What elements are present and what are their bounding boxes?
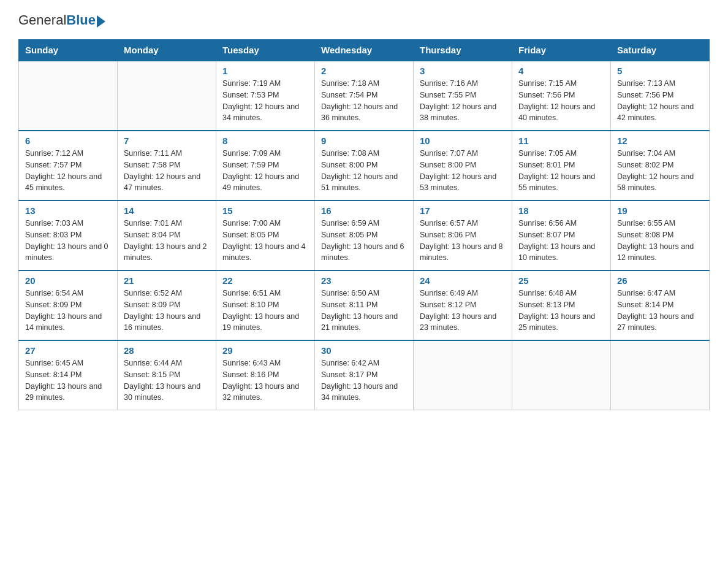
day-info: Sunrise: 7:09 AMSunset: 7:59 PMDaylight:… — [222, 148, 308, 194]
weekday-header-wednesday: Wednesday — [315, 40, 414, 61]
day-info: Sunrise: 7:05 AMSunset: 8:01 PMDaylight:… — [518, 148, 604, 194]
calendar-cell: 22Sunrise: 6:51 AMSunset: 8:10 PMDayligh… — [216, 270, 315, 340]
weekday-header-tuesday: Tuesday — [216, 40, 315, 61]
weekday-header-saturday: Saturday — [611, 40, 710, 61]
day-info: Sunrise: 6:47 AMSunset: 8:14 PMDaylight:… — [617, 288, 703, 334]
calendar-cell — [118, 61, 216, 131]
day-number: 30 — [321, 345, 407, 356]
day-number: 20 — [25, 275, 111, 286]
day-number: 24 — [420, 275, 506, 286]
day-number: 10 — [420, 136, 506, 146]
calendar-cell: 23Sunrise: 6:50 AMSunset: 8:11 PMDayligh… — [315, 270, 414, 340]
day-number: 21 — [124, 275, 210, 286]
calendar-cell — [512, 340, 611, 410]
calendar-cell: 2Sunrise: 7:18 AMSunset: 7:54 PMDaylight… — [315, 61, 414, 131]
day-info: Sunrise: 7:19 AMSunset: 7:53 PMDaylight:… — [222, 78, 308, 124]
calendar-cell: 29Sunrise: 6:43 AMSunset: 8:16 PMDayligh… — [216, 340, 315, 410]
day-info: Sunrise: 6:43 AMSunset: 8:16 PMDaylight:… — [222, 358, 308, 404]
calendar-cell: 1Sunrise: 7:19 AMSunset: 7:53 PMDaylight… — [216, 61, 315, 131]
calendar-cell: 25Sunrise: 6:48 AMSunset: 8:13 PMDayligh… — [512, 270, 611, 340]
weekday-header-friday: Friday — [512, 40, 611, 61]
day-number: 27 — [25, 345, 111, 356]
weekday-header-row: SundayMondayTuesdayWednesdayThursdayFrid… — [19, 40, 710, 61]
day-number: 4 — [518, 66, 604, 76]
day-info: Sunrise: 6:44 AMSunset: 8:15 PMDaylight:… — [124, 358, 210, 404]
day-number: 6 — [25, 136, 111, 146]
calendar-cell — [19, 61, 118, 131]
week-row-3: 13Sunrise: 7:03 AMSunset: 8:03 PMDayligh… — [19, 201, 710, 270]
calendar-cell: 4Sunrise: 7:15 AMSunset: 7:56 PMDaylight… — [512, 61, 611, 131]
day-number: 28 — [124, 345, 210, 356]
calendar-cell: 27Sunrise: 6:45 AMSunset: 8:14 PMDayligh… — [19, 340, 118, 410]
page-header: GeneralBlue — [18, 12, 710, 28]
calendar-cell: 21Sunrise: 6:52 AMSunset: 8:09 PMDayligh… — [118, 270, 216, 340]
day-number: 18 — [518, 205, 604, 216]
day-info: Sunrise: 6:49 AMSunset: 8:12 PMDaylight:… — [420, 288, 506, 334]
week-row-2: 6Sunrise: 7:12 AMSunset: 7:57 PMDaylight… — [19, 131, 710, 201]
day-number: 13 — [25, 205, 111, 216]
calendar-cell: 18Sunrise: 6:56 AMSunset: 8:07 PMDayligh… — [512, 201, 611, 270]
logo: GeneralBlue — [18, 12, 105, 28]
calendar-cell — [611, 340, 710, 410]
calendar-cell: 9Sunrise: 7:08 AMSunset: 8:00 PMDaylight… — [315, 131, 414, 201]
calendar-cell: 14Sunrise: 7:01 AMSunset: 8:04 PMDayligh… — [118, 201, 216, 270]
day-info: Sunrise: 7:04 AMSunset: 8:02 PMDaylight:… — [617, 148, 703, 194]
day-number: 5 — [617, 66, 703, 76]
calendar-cell: 3Sunrise: 7:16 AMSunset: 7:55 PMDaylight… — [414, 61, 512, 131]
week-row-5: 27Sunrise: 6:45 AMSunset: 8:14 PMDayligh… — [19, 340, 710, 410]
week-row-4: 20Sunrise: 6:54 AMSunset: 8:09 PMDayligh… — [19, 270, 710, 340]
day-info: Sunrise: 6:51 AMSunset: 8:10 PMDaylight:… — [222, 288, 308, 334]
calendar-cell: 24Sunrise: 6:49 AMSunset: 8:12 PMDayligh… — [414, 270, 512, 340]
day-info: Sunrise: 7:12 AMSunset: 7:57 PMDaylight:… — [25, 148, 111, 194]
day-number: 26 — [617, 275, 703, 286]
calendar-cell: 19Sunrise: 6:55 AMSunset: 8:08 PMDayligh… — [611, 201, 710, 270]
day-number: 19 — [617, 205, 703, 216]
calendar-cell: 26Sunrise: 6:47 AMSunset: 8:14 PMDayligh… — [611, 270, 710, 340]
day-info: Sunrise: 6:50 AMSunset: 8:11 PMDaylight:… — [321, 288, 407, 334]
day-number: 22 — [222, 275, 308, 286]
calendar-cell: 17Sunrise: 6:57 AMSunset: 8:06 PMDayligh… — [414, 201, 512, 270]
day-number: 8 — [222, 136, 308, 146]
day-number: 2 — [321, 66, 407, 76]
day-info: Sunrise: 6:48 AMSunset: 8:13 PMDaylight:… — [518, 288, 604, 334]
day-info: Sunrise: 7:11 AMSunset: 7:58 PMDaylight:… — [124, 148, 210, 194]
day-number: 11 — [518, 136, 604, 146]
weekday-header-sunday: Sunday — [19, 40, 118, 61]
day-info: Sunrise: 7:01 AMSunset: 8:04 PMDaylight:… — [124, 218, 210, 264]
day-info: Sunrise: 7:18 AMSunset: 7:54 PMDaylight:… — [321, 78, 407, 124]
day-info: Sunrise: 7:15 AMSunset: 7:56 PMDaylight:… — [518, 78, 604, 124]
calendar-cell: 15Sunrise: 7:00 AMSunset: 8:05 PMDayligh… — [216, 201, 315, 270]
day-info: Sunrise: 7:13 AMSunset: 7:56 PMDaylight:… — [617, 78, 703, 124]
calendar-cell: 13Sunrise: 7:03 AMSunset: 8:03 PMDayligh… — [19, 201, 118, 270]
calendar-cell: 12Sunrise: 7:04 AMSunset: 8:02 PMDayligh… — [611, 131, 710, 201]
day-number: 17 — [420, 205, 506, 216]
weekday-header-thursday: Thursday — [414, 40, 512, 61]
day-info: Sunrise: 6:52 AMSunset: 8:09 PMDaylight:… — [124, 288, 210, 334]
day-number: 1 — [222, 66, 308, 76]
calendar-cell: 8Sunrise: 7:09 AMSunset: 7:59 PMDaylight… — [216, 131, 315, 201]
calendar-cell: 28Sunrise: 6:44 AMSunset: 8:15 PMDayligh… — [118, 340, 216, 410]
calendar-cell: 10Sunrise: 7:07 AMSunset: 8:00 PMDayligh… — [414, 131, 512, 201]
calendar-cell: 20Sunrise: 6:54 AMSunset: 8:09 PMDayligh… — [19, 270, 118, 340]
week-row-1: 1Sunrise: 7:19 AMSunset: 7:53 PMDaylight… — [19, 61, 710, 131]
day-number: 3 — [420, 66, 506, 76]
day-number: 29 — [222, 345, 308, 356]
calendar-cell: 5Sunrise: 7:13 AMSunset: 7:56 PMDaylight… — [611, 61, 710, 131]
day-number: 7 — [124, 136, 210, 146]
day-info: Sunrise: 6:57 AMSunset: 8:06 PMDaylight:… — [420, 218, 506, 264]
day-info: Sunrise: 7:03 AMSunset: 8:03 PMDaylight:… — [25, 218, 111, 264]
day-number: 12 — [617, 136, 703, 146]
weekday-header-monday: Monday — [118, 40, 216, 61]
day-number: 9 — [321, 136, 407, 146]
calendar-cell: 16Sunrise: 6:59 AMSunset: 8:05 PMDayligh… — [315, 201, 414, 270]
day-info: Sunrise: 7:08 AMSunset: 8:00 PMDaylight:… — [321, 148, 407, 194]
day-number: 16 — [321, 205, 407, 216]
day-info: Sunrise: 7:07 AMSunset: 8:00 PMDaylight:… — [420, 148, 506, 194]
day-info: Sunrise: 6:42 AMSunset: 8:17 PMDaylight:… — [321, 358, 407, 404]
day-info: Sunrise: 6:54 AMSunset: 8:09 PMDaylight:… — [25, 288, 111, 334]
calendar-cell: 11Sunrise: 7:05 AMSunset: 8:01 PMDayligh… — [512, 131, 611, 201]
day-info: Sunrise: 6:45 AMSunset: 8:14 PMDaylight:… — [25, 358, 111, 404]
logo-arrow-icon — [97, 15, 105, 28]
day-info: Sunrise: 6:59 AMSunset: 8:05 PMDaylight:… — [321, 218, 407, 264]
calendar-table: SundayMondayTuesdayWednesdayThursdayFrid… — [18, 39, 710, 410]
